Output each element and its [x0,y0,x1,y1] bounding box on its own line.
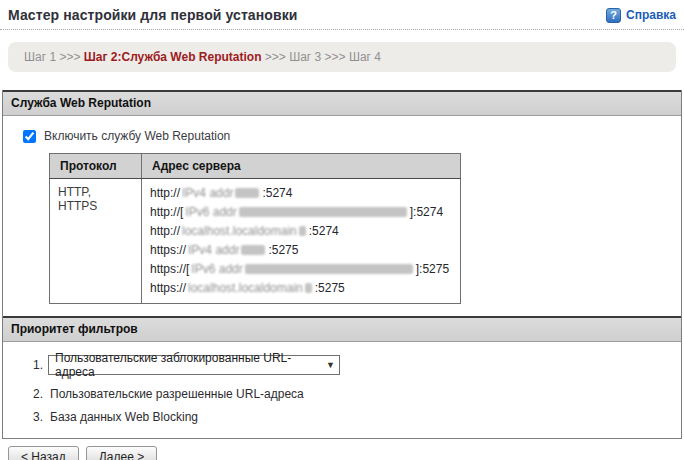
help-label: Справка [626,8,676,22]
redaction-bar [235,188,259,198]
section-header-filter-priority: Приоритет фильтров [3,316,681,342]
server-url-http-ipv6: http://[IPv6 addr]:5274 [150,203,452,222]
redacted-hostname: localhost.localdomain [180,224,299,238]
wizard-steps-breadcrumb: Шаг 1 >>> Шаг 2:Служба Web Reputation >>… [8,42,676,72]
column-header-server-address: Адрес сервера [142,154,461,179]
redaction-bar [241,245,265,255]
redacted-ipv4-address: IPv4 addr [180,186,235,200]
redaction-bar [245,264,413,274]
step-separator: >>> [325,50,349,64]
help-icon: ? [606,8,621,23]
priority-number: 2. [33,387,43,401]
server-url-http-ipv4: http://IPv4 addr:5274 [150,184,452,203]
redacted-ipv4-address: IPv4 addr [186,243,241,257]
priority-item-3: 3. База данных Web Blocking [33,410,669,424]
wizard-page: Мастер настройки для первой установки ? … [0,0,684,460]
server-url-https-localhost: https://localhost.localdomain:5275 [150,279,452,298]
enable-web-reputation-label: Включить службу Web Reputation [44,129,230,143]
step-separator: >>> [261,50,289,64]
main-content-box: Служба Web Reputation Включить службу We… [2,90,682,439]
top-header: Мастер настройки для первой установки ? … [0,0,684,30]
priority-item-2: 2. Пользовательские разрешенные URL-адре… [33,387,669,401]
filter-priority-select[interactable]: Пользовательские заблокированные URL-адр… [48,355,340,375]
enable-web-reputation-checkbox[interactable] [23,130,36,143]
table-header-row: Протокол Адрес сервера [50,154,461,179]
enable-web-reputation-row: Включить службу Web Reputation [23,129,669,143]
column-header-protocol: Протокол [50,154,142,179]
filter-priority-selected-option: Пользовательские заблокированные URL-адр… [55,351,326,379]
protocol-cell: HTTP, HTTPS [50,179,142,304]
step-separator: >>> [59,50,83,64]
help-link[interactable]: ? Справка [606,8,676,23]
priority-item-label: Пользовательские разрешенные URL-адреса [48,387,304,401]
priority-number: 1. [33,358,43,372]
redacted-ipv6-address: IPv6 addr [183,205,238,219]
step-2-current-label: Шаг 2:Служба Web Reputation [84,50,262,64]
priority-item-1: 1. Пользовательские заблокированные URL-… [33,355,669,375]
section-header-web-reputation: Служба Web Reputation [3,90,681,116]
step-4-label: Шаг 4 [349,50,381,64]
server-url-http-localhost: http://localhost.localdomain:5274 [150,222,452,241]
redaction-bar [305,283,312,293]
priority-item-label: База данных Web Blocking [48,410,198,424]
wizard-navigation: < Назад Далее > [8,446,684,460]
server-address-table: Протокол Адрес сервера HTTP, HTTPS http:… [49,153,461,304]
next-button[interactable]: Далее > [86,446,158,460]
priority-number: 3. [33,410,43,424]
table-row: HTTP, HTTPS http://IPv4 addr:5274 http:/… [50,179,461,304]
page-title: Мастер настройки для первой установки [8,7,297,23]
redacted-ipv6-address: IPv6 addr [189,262,244,276]
redaction-bar [299,226,306,236]
back-button[interactable]: < Назад [8,446,79,460]
filter-priority-section-body: 1. Пользовательские заблокированные URL-… [3,342,681,438]
server-address-cell: http://IPv4 addr:5274 http://[IPv6 addr]… [142,179,461,304]
redacted-hostname: localhost.localdomain [186,281,305,295]
chevron-down-icon: ▼ [326,360,335,370]
redaction-bar [239,207,407,217]
step-1-label: Шаг 1 [24,50,59,64]
web-reputation-section-body: Включить службу Web Reputation Протокол … [3,116,681,316]
server-url-https-ipv6: https://[IPv6 addr]:5275 [150,260,452,279]
step-3-label: Шаг 3 [289,50,324,64]
server-url-https-ipv4: https://IPv4 addr:5275 [150,241,452,260]
